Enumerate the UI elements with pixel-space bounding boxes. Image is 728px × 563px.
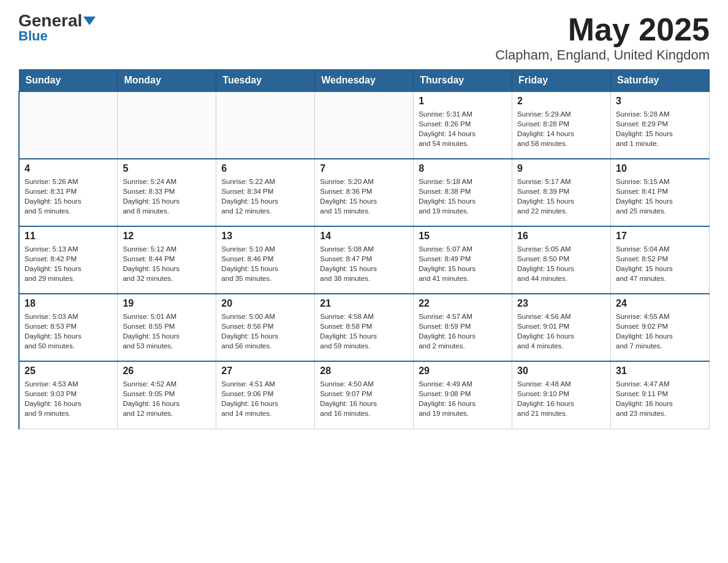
calendar-cell: 25Sunrise: 4:53 AM Sunset: 9:03 PM Dayli… <box>19 361 118 429</box>
day-number: 27 <box>221 366 309 377</box>
calendar-cell: 18Sunrise: 5:03 AM Sunset: 8:53 PM Dayli… <box>19 294 118 361</box>
day-info: Sunrise: 5:08 AM Sunset: 8:47 PM Dayligh… <box>320 244 408 283</box>
day-number: 31 <box>616 366 704 377</box>
day-number: 7 <box>320 163 408 174</box>
week-row-5: 25Sunrise: 4:53 AM Sunset: 9:03 PM Dayli… <box>19 361 710 429</box>
day-number: 10 <box>616 163 704 174</box>
day-info: Sunrise: 5:31 AM Sunset: 8:26 PM Dayligh… <box>419 109 507 148</box>
day-number: 23 <box>517 298 605 309</box>
calendar-cell: 9Sunrise: 5:17 AM Sunset: 8:39 PM Daylig… <box>512 159 611 226</box>
day-info: Sunrise: 5:29 AM Sunset: 8:28 PM Dayligh… <box>517 109 605 148</box>
calendar-cell: 26Sunrise: 4:52 AM Sunset: 9:05 PM Dayli… <box>118 361 216 429</box>
calendar-table: SundayMondayTuesdayWednesdayThursdayFrid… <box>18 69 710 429</box>
day-info: Sunrise: 4:57 AM Sunset: 8:59 PM Dayligh… <box>419 312 507 351</box>
calendar-cell: 19Sunrise: 5:01 AM Sunset: 8:55 PM Dayli… <box>118 294 216 361</box>
calendar-body: 1Sunrise: 5:31 AM Sunset: 8:26 PM Daylig… <box>19 91 710 429</box>
day-info: Sunrise: 4:50 AM Sunset: 9:07 PM Dayligh… <box>320 379 408 418</box>
calendar-cell <box>216 91 315 159</box>
day-number: 14 <box>320 231 408 242</box>
calendar-cell: 27Sunrise: 4:51 AM Sunset: 9:06 PM Dayli… <box>216 361 315 429</box>
calendar-cell: 20Sunrise: 5:00 AM Sunset: 8:56 PM Dayli… <box>216 294 315 361</box>
day-number: 1 <box>419 96 507 107</box>
day-number: 19 <box>123 298 211 309</box>
week-row-2: 4Sunrise: 5:26 AM Sunset: 8:31 PM Daylig… <box>19 159 710 226</box>
day-number: 17 <box>616 231 704 242</box>
header-thursday: Thursday <box>414 70 512 92</box>
day-number: 3 <box>616 96 704 107</box>
day-info: Sunrise: 5:13 AM Sunset: 8:42 PM Dayligh… <box>25 244 112 283</box>
day-number: 9 <box>517 163 605 174</box>
day-info: Sunrise: 5:00 AM Sunset: 8:56 PM Dayligh… <box>221 312 309 351</box>
day-info: Sunrise: 5:17 AM Sunset: 8:39 PM Dayligh… <box>517 177 605 216</box>
day-number: 5 <box>123 163 211 174</box>
day-number: 12 <box>123 231 211 242</box>
calendar-subtitle: Clapham, England, United Kingdom <box>495 47 710 63</box>
day-number: 15 <box>419 231 507 242</box>
logo-brand2: Blue <box>18 28 48 44</box>
day-info: Sunrise: 5:22 AM Sunset: 8:34 PM Dayligh… <box>221 177 309 216</box>
calendar-cell: 15Sunrise: 5:07 AM Sunset: 8:49 PM Dayli… <box>414 226 512 294</box>
header-friday: Friday <box>512 70 611 92</box>
day-number: 24 <box>616 298 704 309</box>
day-number: 26 <box>123 366 211 377</box>
calendar-cell: 30Sunrise: 4:48 AM Sunset: 9:10 PM Dayli… <box>512 361 611 429</box>
calendar-cell: 8Sunrise: 5:18 AM Sunset: 8:38 PM Daylig… <box>414 159 512 226</box>
calendar-cell: 11Sunrise: 5:13 AM Sunset: 8:42 PM Dayli… <box>19 226 118 294</box>
day-info: Sunrise: 5:01 AM Sunset: 8:55 PM Dayligh… <box>123 312 211 351</box>
week-row-3: 11Sunrise: 5:13 AM Sunset: 8:42 PM Dayli… <box>19 226 710 294</box>
week-row-4: 18Sunrise: 5:03 AM Sunset: 8:53 PM Dayli… <box>19 294 710 361</box>
day-info: Sunrise: 4:51 AM Sunset: 9:06 PM Dayligh… <box>221 379 309 418</box>
day-info: Sunrise: 4:55 AM Sunset: 9:02 PM Dayligh… <box>616 312 704 351</box>
calendar-cell <box>118 91 216 159</box>
day-number: 20 <box>221 298 309 309</box>
calendar-cell: 13Sunrise: 5:10 AM Sunset: 8:46 PM Dayli… <box>216 226 315 294</box>
calendar-cell: 16Sunrise: 5:05 AM Sunset: 8:50 PM Dayli… <box>512 226 611 294</box>
logo-brand1: General <box>18 12 82 29</box>
logo-triangle-icon <box>83 17 96 25</box>
calendar-cell: 7Sunrise: 5:20 AM Sunset: 8:36 PM Daylig… <box>315 159 414 226</box>
calendar-cell: 22Sunrise: 4:57 AM Sunset: 8:59 PM Dayli… <box>414 294 512 361</box>
calendar-cell: 12Sunrise: 5:12 AM Sunset: 8:44 PM Dayli… <box>118 226 216 294</box>
header-monday: Monday <box>118 70 216 92</box>
day-info: Sunrise: 4:53 AM Sunset: 9:03 PM Dayligh… <box>25 379 112 418</box>
calendar-cell: 5Sunrise: 5:24 AM Sunset: 8:33 PM Daylig… <box>118 159 216 226</box>
day-number: 4 <box>25 163 112 174</box>
day-info: Sunrise: 5:15 AM Sunset: 8:41 PM Dayligh… <box>616 177 704 216</box>
day-number: 25 <box>25 366 112 377</box>
calendar-cell: 3Sunrise: 5:28 AM Sunset: 8:29 PM Daylig… <box>611 91 710 159</box>
calendar-cell: 24Sunrise: 4:55 AM Sunset: 9:02 PM Dayli… <box>611 294 710 361</box>
day-info: Sunrise: 5:26 AM Sunset: 8:31 PM Dayligh… <box>25 177 112 216</box>
calendar-cell: 17Sunrise: 5:04 AM Sunset: 8:52 PM Dayli… <box>611 226 710 294</box>
day-number: 13 <box>221 231 309 242</box>
day-info: Sunrise: 4:47 AM Sunset: 9:11 PM Dayligh… <box>616 379 704 418</box>
calendar-cell <box>315 91 414 159</box>
header-saturday: Saturday <box>611 70 710 92</box>
day-info: Sunrise: 4:56 AM Sunset: 9:01 PM Dayligh… <box>517 312 605 351</box>
day-number: 18 <box>25 298 112 309</box>
calendar-cell <box>19 91 118 159</box>
day-info: Sunrise: 5:03 AM Sunset: 8:53 PM Dayligh… <box>25 312 112 351</box>
day-info: Sunrise: 4:48 AM Sunset: 9:10 PM Dayligh… <box>517 379 605 418</box>
calendar-cell: 6Sunrise: 5:22 AM Sunset: 8:34 PM Daylig… <box>216 159 315 226</box>
day-info: Sunrise: 4:58 AM Sunset: 8:58 PM Dayligh… <box>320 312 408 351</box>
day-number: 16 <box>517 231 605 242</box>
day-info: Sunrise: 5:10 AM Sunset: 8:46 PM Dayligh… <box>221 244 309 283</box>
day-info: Sunrise: 4:52 AM Sunset: 9:05 PM Dayligh… <box>123 379 211 418</box>
calendar-cell: 29Sunrise: 4:49 AM Sunset: 9:08 PM Dayli… <box>414 361 512 429</box>
day-number: 6 <box>221 163 309 174</box>
day-info: Sunrise: 5:07 AM Sunset: 8:49 PM Dayligh… <box>419 244 507 283</box>
day-number: 30 <box>517 366 605 377</box>
day-number: 21 <box>320 298 408 309</box>
calendar-cell: 1Sunrise: 5:31 AM Sunset: 8:26 PM Daylig… <box>414 91 512 159</box>
calendar-cell: 23Sunrise: 4:56 AM Sunset: 9:01 PM Dayli… <box>512 294 611 361</box>
calendar-title: May 2025 <box>495 12 710 47</box>
week-row-1: 1Sunrise: 5:31 AM Sunset: 8:26 PM Daylig… <box>19 91 710 159</box>
day-info: Sunrise: 5:18 AM Sunset: 8:38 PM Dayligh… <box>419 177 507 216</box>
day-info: Sunrise: 5:28 AM Sunset: 8:29 PM Dayligh… <box>616 109 704 148</box>
header-wednesday: Wednesday <box>315 70 414 92</box>
day-info: Sunrise: 5:24 AM Sunset: 8:33 PM Dayligh… <box>123 177 211 216</box>
day-info: Sunrise: 4:49 AM Sunset: 9:08 PM Dayligh… <box>419 379 507 418</box>
day-number: 22 <box>419 298 507 309</box>
calendar-cell: 2Sunrise: 5:29 AM Sunset: 8:28 PM Daylig… <box>512 91 611 159</box>
day-number: 28 <box>320 366 408 377</box>
